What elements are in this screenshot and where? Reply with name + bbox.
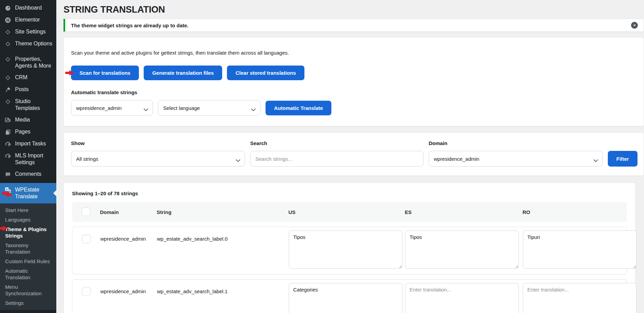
submenu-item-theme-plugins-strings[interactable]: Theme & Plugins Strings <box>0 225 56 241</box>
sidebar-item-crm[interactable]: CRM <box>0 72 56 84</box>
submenu-item-languages[interactable]: Languages <box>0 215 56 225</box>
column-header-domain: Domain <box>91 209 148 215</box>
sidebar-item-comments[interactable]: Comments <box>0 168 56 180</box>
submenu-item-menu-synchronization[interactable]: Menu Synchronization <box>0 282 56 298</box>
diamond-icon <box>4 74 11 81</box>
elementor-icon <box>4 17 11 24</box>
close-icon[interactable]: ✕ <box>631 22 638 29</box>
cloud-icon <box>4 153 11 159</box>
sidebar-item-appearance[interactable]: Appearance <box>0 310 56 313</box>
search-input[interactable] <box>250 151 424 167</box>
domain-filter-select[interactable]: wpresidence_admin <box>429 151 603 167</box>
auto-domain-select[interactable]: wpresidence_admin <box>71 100 153 116</box>
sidebar-item-dashboard[interactable]: Dashboard <box>0 2 56 14</box>
wpestate-submenu: Start Here Languages Theme & Plugins Str… <box>0 203 56 310</box>
diamond-icon <box>4 56 11 63</box>
row-checkbox[interactable] <box>82 234 91 243</box>
row-domain: wpresidence_admin <box>91 230 148 242</box>
sidebar-item-site-settings[interactable]: Site Settings <box>0 26 56 38</box>
translation-us-textarea[interactable]: Categories <box>289 283 402 313</box>
show-label: Show <box>71 140 245 146</box>
strings-table-panel: Showing 1–20 of 78 strings Domain String… <box>63 183 635 313</box>
sidebar-item-mls-import-settings[interactable]: MLS Import Settings <box>0 150 56 168</box>
select-all-checkbox[interactable] <box>82 207 90 216</box>
domain-label: Domain <box>429 140 603 146</box>
comment-icon <box>4 171 11 178</box>
scan-panel: Scan your theme and active plugins for g… <box>63 37 644 126</box>
svg-text:a: a <box>8 190 10 193</box>
sidebar-item-wpestate-translate[interactable]: Aa WPEstate Translate <box>0 183 56 203</box>
pin-icon <box>4 86 11 93</box>
show-filter-select[interactable]: All strings <box>71 151 245 167</box>
row-string-key: wp_estate_adv_search_label.0 <box>148 230 280 242</box>
filter-panel: Show All strings Search Domain wpresiden… <box>63 132 644 176</box>
column-header-ro: RO <box>523 209 638 215</box>
main-content: STRING TRANSLATION The theme widget stri… <box>56 0 644 313</box>
clear-stored-translations-button[interactable]: Clear stored translations <box>227 66 304 80</box>
automatic-translate-label: Automatic translate strings <box>71 89 636 95</box>
diamond-icon <box>4 98 11 105</box>
language-select[interactable]: Select language <box>158 100 260 116</box>
sidebar-item-import-tasks[interactable]: Import Tasks <box>0 138 56 150</box>
admin-sidebar: Dashboard Elementor Site Settings Theme … <box>0 0 56 313</box>
row-string-key: wp_estate_adv_search_label.1 <box>148 283 280 294</box>
pages-icon <box>4 129 11 136</box>
table-header-row: Domain String US ES RO <box>72 202 627 222</box>
sidebar-item-elementor[interactable]: Elementor <box>0 14 56 26</box>
sidebar-item-properties-agents[interactable]: Properties, Agents & More <box>0 53 56 72</box>
translation-ro-textarea[interactable]: Tipuri <box>523 230 636 269</box>
results-summary: Showing 1–20 of 78 strings <box>72 190 627 196</box>
translation-es-textarea[interactable]: Tipos <box>405 230 519 269</box>
diamond-icon <box>4 41 11 47</box>
sidebar-item-studio-templates[interactable]: Studio Templates <box>0 96 56 114</box>
filter-button[interactable]: Filter <box>608 151 638 167</box>
translation-es-textarea[interactable] <box>405 283 519 313</box>
sidebar-item-posts[interactable]: Posts <box>0 84 56 96</box>
table-row: wpresidence_admin wp_estate_adv_search_l… <box>72 227 627 274</box>
scan-description: Scan your theme and active plugins for g… <box>71 50 636 56</box>
submenu-item-start-here[interactable]: Start Here <box>0 205 56 215</box>
automatic-translate-button[interactable]: Automatic Translate <box>266 101 331 115</box>
success-notice: The theme widget strings are already up … <box>63 19 644 32</box>
submenu-item-taxonomy-translation[interactable]: Taxonomy Translation <box>0 241 56 257</box>
row-checkbox[interactable] <box>82 287 91 296</box>
page-title: STRING TRANSLATION <box>63 4 644 15</box>
row-domain: wpresidence_admin <box>91 283 148 294</box>
media-icon <box>4 117 11 124</box>
submenu-item-automatic-translation[interactable]: Automatic Translation <box>0 266 56 282</box>
notice-text: The theme widget strings are already up … <box>71 23 188 28</box>
sidebar-item-theme-options[interactable]: Theme Options <box>0 38 56 50</box>
translation-us-textarea[interactable]: Tipos <box>289 230 402 269</box>
gauge-icon <box>4 5 11 12</box>
translate-icon: Aa <box>4 187 11 194</box>
table-row: wpresidence_admin wp_estate_adv_search_l… <box>72 279 627 313</box>
column-header-string: String <box>148 209 280 215</box>
generate-translation-files-button[interactable]: Generate translation files <box>144 66 222 80</box>
submenu-item-settings[interactable]: Settings <box>0 298 56 308</box>
cloud-icon <box>4 141 11 147</box>
column-header-us: US <box>288 209 405 215</box>
search-label: Search <box>250 140 424 146</box>
sidebar-item-media[interactable]: Media <box>0 114 56 126</box>
sidebar-item-pages[interactable]: Pages <box>0 126 56 138</box>
translation-ro-textarea[interactable] <box>523 283 636 313</box>
column-header-es: ES <box>405 209 523 215</box>
scan-for-translations-button[interactable]: Scan for translations <box>71 66 139 80</box>
submenu-item-custom-field-rules[interactable]: Custom Field Rules <box>0 257 56 266</box>
diamond-icon <box>4 29 11 35</box>
